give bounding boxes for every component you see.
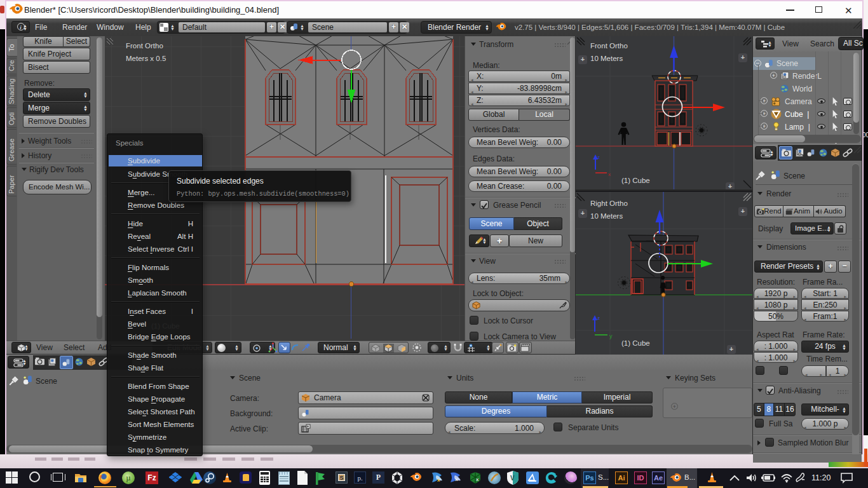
svg-text:x: x <box>476 477 479 482</box>
svg-text:z: z <box>597 315 600 321</box>
svg-text:x: x <box>608 172 611 177</box>
svg-text:V: V <box>510 475 515 482</box>
svg-text:x: x <box>455 477 458 482</box>
svg-text:x: x <box>437 477 440 483</box>
svg-text:y: y <box>609 333 613 339</box>
svg-text:z: z <box>597 154 600 160</box>
